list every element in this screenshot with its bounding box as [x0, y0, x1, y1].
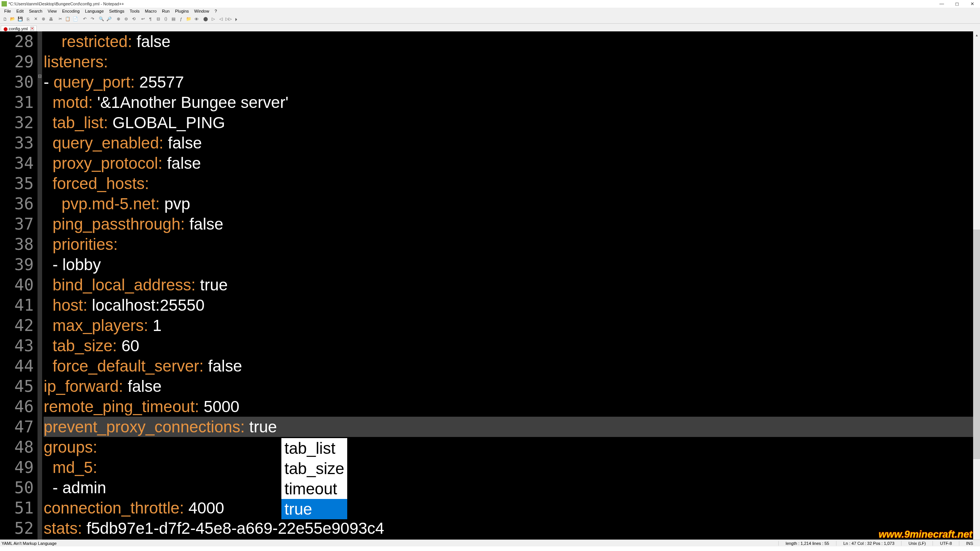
indent-guide-icon[interactable]: ⊟	[155, 16, 162, 23]
menu-tools[interactable]: Tools	[127, 9, 142, 13]
macro-save-icon[interactable]: ⏵	[233, 16, 240, 23]
line-number: 40	[0, 275, 34, 295]
code-line[interactable]: host: localhost:25550	[44, 295, 980, 315]
func-list-icon[interactable]: ƒ	[178, 16, 185, 23]
code-line[interactable]: tab_list: GLOBAL_PING	[44, 112, 980, 133]
code-line[interactable]: motd: '&1Another Bungee server'	[44, 92, 980, 112]
close-icon[interactable]: ✕	[32, 16, 39, 23]
line-number: 47	[0, 417, 34, 437]
code-line[interactable]: connection_throttle: 4000	[44, 498, 980, 518]
monitor-icon[interactable]: 👁	[193, 16, 200, 23]
code-line[interactable]: prevent_proxy_connections: true	[44, 417, 980, 437]
status-eol[interactable]: Unix (LF)	[901, 541, 933, 546]
code-line[interactable]: remote_ping_timeout: 5000	[44, 396, 980, 417]
zoom-out-icon[interactable]: ⊖	[122, 16, 129, 23]
file-tab[interactable]: ⬤ config.yml ✕	[1, 26, 37, 31]
fold-column[interactable]: ⊟	[38, 31, 42, 540]
new-file-icon[interactable]: 🗋	[2, 16, 8, 23]
lang-icon[interactable]: ⟨⟩	[162, 16, 169, 23]
cut-icon[interactable]: ✂	[57, 16, 64, 23]
code-line[interactable]: pvp.md-5.net: pvp	[44, 194, 980, 214]
replace-icon[interactable]: 🔎	[106, 16, 113, 23]
code-line[interactable]: tab_size: 60	[44, 336, 980, 356]
line-number: 30	[0, 72, 34, 92]
code-line[interactable]: - query_port: 25577	[44, 72, 980, 92]
print-icon[interactable]: 🖶	[47, 16, 54, 23]
status-encoding[interactable]: UTF-8	[933, 541, 959, 546]
editor-area[interactable]: 2829303132333435363738394041424344454647…	[0, 31, 980, 540]
code-line[interactable]: forced_hosts:	[44, 173, 980, 194]
redo-icon[interactable]: ↷	[89, 16, 96, 23]
code-line[interactable]: - admin	[44, 478, 980, 498]
menu-?[interactable]: ?	[212, 9, 219, 13]
macro-stop-icon[interactable]: ◁	[217, 16, 224, 23]
menu-search[interactable]: Search	[26, 9, 45, 13]
code-line[interactable]: priorities:	[44, 234, 980, 254]
sync-icon[interactable]: ⟲	[130, 16, 137, 23]
show-all-chars-icon[interactable]: ¶	[147, 16, 154, 23]
autocomplete-popup[interactable]: tab_listtab_sizetimeouttrue	[281, 438, 348, 520]
fold-minus-icon[interactable]: ⊟	[38, 73, 42, 79]
line-number: 39	[0, 254, 34, 275]
autocomplete-item[interactable]: tab_size	[281, 458, 347, 479]
macro-record-icon[interactable]: ⬤	[202, 16, 209, 23]
zoom-in-icon[interactable]: ⊕	[115, 16, 122, 23]
code-line[interactable]: md_5:	[44, 457, 980, 478]
tab-close-icon[interactable]: ✕	[30, 27, 34, 31]
vertical-scrollbar[interactable]: ▴	[973, 31, 980, 540]
menu-settings[interactable]: Settings	[106, 9, 127, 13]
close-all-icon[interactable]: ⊗	[40, 16, 47, 23]
open-file-icon[interactable]: 📂	[9, 16, 16, 23]
code-line[interactable]: ping_passthrough: false	[44, 214, 980, 234]
autocomplete-item[interactable]: timeout	[281, 479, 347, 499]
code-line[interactable]: query_enabled: false	[44, 133, 980, 153]
wrap-icon[interactable]: ↩	[139, 16, 146, 23]
status-language: YAML Ain't Markup Language	[0, 541, 778, 546]
menu-run[interactable]: Run	[159, 9, 172, 13]
line-number: 49	[0, 457, 34, 478]
code-content[interactable]: restricted: falselisteners:- query_port:…	[42, 31, 980, 540]
scroll-thumb[interactable]	[973, 230, 980, 459]
save-icon[interactable]: 💾	[17, 16, 24, 23]
scroll-up-icon[interactable]: ▴	[973, 31, 980, 38]
menu-macro[interactable]: Macro	[142, 9, 159, 13]
code-line[interactable]: max_players: 1	[44, 315, 980, 336]
code-line[interactable]: - lobby	[44, 254, 980, 275]
menu-window[interactable]: Window	[191, 9, 212, 13]
tab-bar: ⬤ config.yml ✕	[0, 24, 980, 31]
autocomplete-item[interactable]: true	[281, 499, 347, 519]
code-line[interactable]: force_default_server: false	[44, 356, 980, 376]
folder-icon[interactable]: 📁	[185, 16, 192, 23]
menu-edit[interactable]: Edit	[14, 9, 26, 13]
copy-icon[interactable]: 📋	[64, 16, 71, 23]
line-number: 51	[0, 498, 34, 518]
autocomplete-item[interactable]: tab_list	[281, 438, 347, 458]
close-button[interactable]: ✕	[965, 0, 980, 8]
macro-play-icon[interactable]: ▷	[210, 16, 217, 23]
dirty-indicator-icon: ⬤	[3, 27, 8, 31]
undo-icon[interactable]: ↶	[81, 16, 88, 23]
maximize-button[interactable]: ◻	[949, 0, 965, 8]
menu-plugins[interactable]: Plugins	[172, 9, 191, 13]
code-line[interactable]: proxy_protocol: false	[44, 153, 980, 173]
macro-multi-icon[interactable]: ▷▷	[225, 16, 232, 23]
code-line[interactable]: bind_local_address: true	[44, 275, 980, 295]
code-line[interactable]: listeners:	[44, 52, 980, 72]
menu-encoding[interactable]: Encoding	[59, 9, 82, 13]
menu-file[interactable]: File	[2, 9, 14, 13]
minimize-button[interactable]: —	[934, 0, 949, 8]
code-line[interactable]: restricted: false	[44, 31, 980, 52]
code-line[interactable]: ip_forward: false	[44, 376, 980, 396]
line-number: 45	[0, 376, 34, 396]
status-bar: YAML Ain't Markup Language length : 1,21…	[0, 540, 980, 546]
menu-view[interactable]: View	[45, 9, 60, 13]
doc-map-icon[interactable]: ▤	[170, 16, 177, 23]
code-line[interactable]: stats: f5db97e1-d7f2-45e8-a669-22e55e909…	[44, 518, 980, 538]
line-number-gutter: 2829303132333435363738394041424344454647…	[0, 31, 38, 540]
menu-language[interactable]: Language	[82, 9, 106, 13]
status-insert-mode[interactable]: INS	[959, 541, 980, 546]
find-icon[interactable]: 🔍	[98, 16, 105, 23]
save-all-icon[interactable]: ⎘	[24, 16, 31, 23]
paste-icon[interactable]: 📄	[72, 16, 79, 23]
code-line[interactable]: groups:	[44, 437, 980, 457]
